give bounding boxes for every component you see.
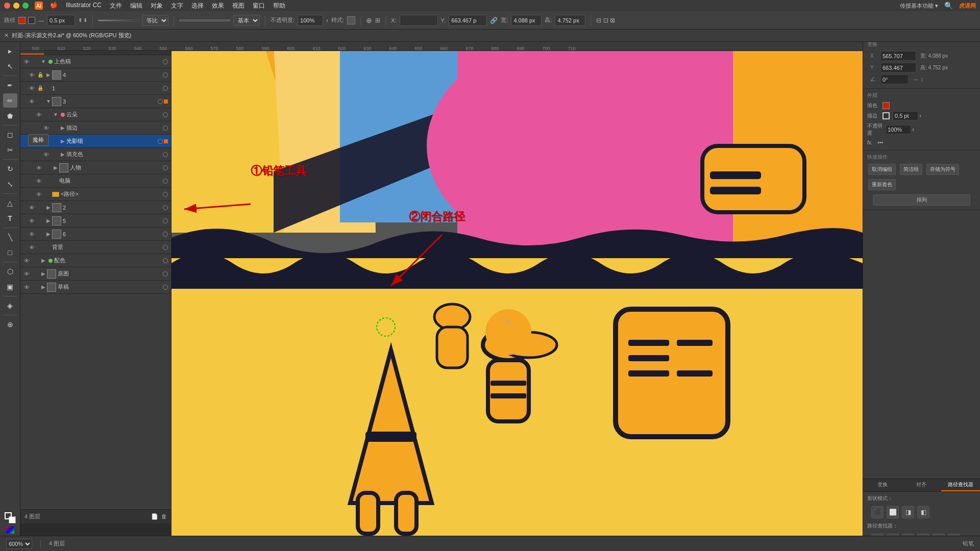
- unite-button[interactable]: ⬛: [871, 506, 884, 518]
- new-layer-icon[interactable]: 📄: [151, 513, 158, 520]
- layer-item[interactable]: 👁 ▶ 描边: [20, 121, 171, 135]
- stroke-options-chevron[interactable]: ›: [919, 112, 921, 119]
- menu-edit[interactable]: 编辑: [130, 2, 142, 10]
- blob-brush-tool[interactable]: ⬟: [3, 109, 17, 123]
- layer-target[interactable]: [163, 59, 168, 64]
- scissors-tool[interactable]: ✂: [3, 143, 17, 157]
- layer-expand-icon[interactable]: ▶: [45, 204, 52, 211]
- rotate-tool[interactable]: ↻: [3, 162, 17, 176]
- layer-target[interactable]: [163, 285, 168, 290]
- line-tool[interactable]: ╲: [3, 230, 17, 244]
- layer-item[interactable]: 👁 ▶ 原图: [20, 267, 171, 281]
- layer-item[interactable]: 👁 <路径>: [20, 188, 171, 201]
- gradient-tool[interactable]: ▣: [3, 280, 17, 294]
- search-icon[interactable]: 🔍: [944, 2, 953, 10]
- maximize-button[interactable]: [22, 3, 29, 9]
- menu-effect[interactable]: 效果: [212, 2, 224, 10]
- fill-color-swatch[interactable]: [18, 17, 26, 24]
- layer-visibility-icon[interactable]: 👁: [28, 71, 36, 79]
- delete-layer-icon[interactable]: 🗑: [161, 513, 167, 520]
- tab-close-icon[interactable]: ✕: [4, 32, 9, 39]
- layer-expand-icon[interactable]: ▶: [40, 270, 47, 278]
- zoom-tool[interactable]: ⊕: [3, 317, 17, 332]
- layer-visibility-icon[interactable]: 👁: [28, 97, 36, 106]
- layer-target[interactable]: [163, 179, 168, 184]
- ungroup-button[interactable]: 取消编组: [868, 164, 896, 175]
- layer-item[interactable]: 👁 ▼ 上色稿: [20, 55, 171, 68]
- layer-item[interactable]: 👁 ▶ 人物: [20, 161, 171, 174]
- layer-visibility-icon[interactable]: 👁: [22, 58, 31, 66]
- tab-pathfinder[interactable]: 路径查找器: [941, 479, 980, 491]
- angle-input[interactable]: [880, 74, 909, 84]
- layer-target[interactable]: [163, 218, 168, 223]
- layer-lock-icon[interactable]: 🔒: [37, 85, 44, 92]
- w-input[interactable]: [511, 15, 542, 26]
- arrange-group-button[interactable]: 简洁组: [900, 164, 922, 175]
- layer-expand-icon[interactable]: ▶: [45, 231, 52, 238]
- menu-object[interactable]: 对象: [151, 2, 163, 10]
- shaper-tool[interactable]: △: [3, 196, 17, 210]
- layer-expand-icon[interactable]: [52, 178, 59, 185]
- layer-expand-icon[interactable]: ▶: [40, 257, 47, 264]
- layer-expand-icon[interactable]: ▼: [40, 58, 47, 65]
- menu-apple[interactable]: 🍎: [50, 2, 58, 10]
- menu-select[interactable]: 选择: [191, 2, 204, 10]
- x-transform-input[interactable]: [880, 51, 916, 61]
- close-button[interactable]: [4, 3, 10, 9]
- layer-target[interactable]: [163, 205, 168, 210]
- zoom-select[interactable]: 600% 400% 200% 100%: [6, 539, 32, 549]
- type-tool[interactable]: T: [3, 211, 17, 226]
- layer-target[interactable]: [163, 126, 168, 131]
- minimize-button[interactable]: [13, 3, 19, 9]
- layer-target[interactable]: [158, 139, 163, 144]
- opacity-input[interactable]: [298, 15, 323, 26]
- stroke-type-select[interactable]: 等比: [142, 15, 168, 26]
- layer-item[interactable]: 👁 ▶ 配色: [20, 254, 171, 267]
- layer-item[interactable]: 👁 ▶ 2: [20, 201, 171, 214]
- layer-expand-icon[interactable]: ▶: [52, 164, 59, 171]
- layer-visibility-icon[interactable]: 👁: [35, 190, 43, 198]
- layer-lock-icon[interactable]: [44, 178, 51, 185]
- layer-target[interactable]: [163, 112, 168, 117]
- layer-expand-icon[interactable]: [45, 244, 52, 251]
- layer-lock-icon[interactable]: [51, 138, 58, 145]
- opacity-right-input[interactable]: [886, 125, 911, 134]
- layer-expand-icon[interactable]: ▶: [59, 138, 66, 145]
- layer-item[interactable]: 👁 电脑: [20, 174, 171, 188]
- pencil-tool[interactable]: ✏: [3, 93, 17, 108]
- recolor-button[interactable]: 重新着色: [868, 179, 896, 190]
- minus-front-button[interactable]: ⬜: [887, 506, 899, 518]
- layer-visibility-icon[interactable]: 👁: [42, 151, 50, 159]
- menu-view[interactable]: 视图: [232, 2, 244, 10]
- layer-lock-icon[interactable]: [32, 270, 39, 278]
- tab-transform[interactable]: 变换: [863, 479, 902, 491]
- layer-expand-icon[interactable]: ▼: [45, 98, 52, 105]
- exclude-button[interactable]: ◧: [917, 506, 929, 518]
- eyedropper-tool[interactable]: ◈: [3, 298, 17, 313]
- y-input[interactable]: [449, 15, 487, 26]
- layer-visibility-icon[interactable]: 👁: [22, 270, 31, 278]
- layer-lock-icon[interactable]: 🔒: [37, 71, 44, 79]
- layer-visibility-icon[interactable]: 👁: [28, 230, 36, 238]
- layer-lock-icon[interactable]: [44, 164, 51, 171]
- layer-expand-icon[interactable]: ▼: [52, 111, 59, 118]
- style-swatch[interactable]: [347, 16, 355, 24]
- select-tool[interactable]: ▸: [3, 44, 17, 58]
- flip-h-icon[interactable]: ↔: [913, 76, 919, 83]
- layer-lock-icon[interactable]: [44, 191, 51, 198]
- layer-target[interactable]: [163, 271, 168, 277]
- eraser-tool[interactable]: ◻: [3, 128, 17, 142]
- menu-file[interactable]: 文件: [110, 2, 122, 10]
- menu-window[interactable]: 窗口: [253, 2, 265, 10]
- paintbucket-tool[interactable]: ⬡: [3, 264, 17, 279]
- menu-illustrator[interactable]: Illustrator CC: [66, 2, 102, 10]
- stroke-color-swatch[interactable]: [28, 17, 35, 24]
- layer-target[interactable]: [158, 99, 163, 104]
- layer-expand-icon[interactable]: ▶: [40, 284, 47, 291]
- rectangle-tool[interactable]: □: [3, 245, 17, 260]
- menu-help[interactable]: 帮助: [273, 2, 285, 10]
- flip-v-icon[interactable]: ↕: [920, 76, 923, 83]
- layer-lock-icon[interactable]: [37, 217, 44, 224]
- y-transform-input[interactable]: [880, 63, 916, 72]
- scale-tool[interactable]: ⤡: [3, 177, 17, 191]
